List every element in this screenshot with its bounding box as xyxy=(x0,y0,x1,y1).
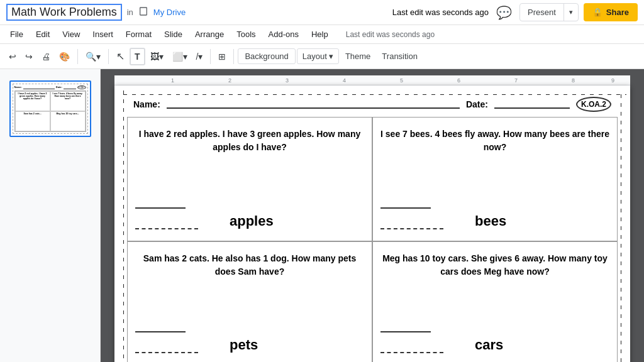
menu-view[interactable]: View xyxy=(57,27,85,41)
doc-title[interactable]: Math Work Problems xyxy=(6,4,122,21)
share-label: Share xyxy=(606,8,629,17)
answer-dashed-line-2 xyxy=(380,223,443,229)
redo-button[interactable]: ↪ xyxy=(21,49,36,64)
print-button[interactable]: 🖨 xyxy=(38,49,54,64)
answer-dashed-line-3 xyxy=(135,347,198,353)
problem-cell-3: Sam has 2 cats. He also has 1 dog. How m… xyxy=(127,241,372,363)
ruler-mark-4: 4 xyxy=(343,77,346,84)
last-edit-text: Last edit was seconds ago xyxy=(392,8,489,17)
select-tool[interactable]: ↖ xyxy=(113,48,128,65)
menu-tools[interactable]: Tools xyxy=(231,27,260,41)
answer-solid-line-1 xyxy=(135,202,186,209)
toolbar: ↩ ↪ 🖨 🎨 🔍▾ ↖ T 🖼▾ ⬜▾ /▾ ⊞ Background Lay… xyxy=(0,44,644,69)
theme-button[interactable]: Theme xyxy=(340,49,375,63)
main-area: 1 Name: Date: K.OA.2 I have 2 red apples… xyxy=(0,69,644,362)
drive-link[interactable]: My Drive xyxy=(153,8,186,17)
present-dropdown-arrow[interactable]: ▾ xyxy=(564,4,578,20)
layout-button[interactable]: Layout ▾ xyxy=(297,48,339,64)
menu-arrange[interactable]: Arrange xyxy=(190,27,229,41)
insert-slide-btn[interactable]: ⊞ xyxy=(214,49,230,64)
drive-icon xyxy=(138,6,148,18)
menu-file[interactable]: File xyxy=(5,27,28,41)
answer-row-1: apples xyxy=(135,213,364,229)
answer-label-3: pets xyxy=(230,337,258,353)
share-lock-icon: 🔒 xyxy=(592,8,602,17)
image-tool[interactable]: 🖼▾ xyxy=(147,49,167,64)
menu-help[interactable]: Help xyxy=(306,27,333,41)
share-button[interactable]: 🔒 Share xyxy=(584,3,638,21)
background-button[interactable]: Background xyxy=(238,48,295,64)
divider-2 xyxy=(108,49,109,64)
problem-cell-4: Meg has 10 toy cars. She gives 6 away. H… xyxy=(372,241,618,363)
ruler-mark-6: 6 xyxy=(457,77,460,84)
paint-format-button[interactable]: 🎨 xyxy=(55,49,74,64)
date-label: Date: xyxy=(466,99,488,109)
date-line xyxy=(494,100,570,109)
present-button-group: Present ▾ xyxy=(519,3,579,21)
divider-3 xyxy=(210,49,211,64)
ruler-mark-5: 5 xyxy=(400,77,403,84)
canvas-area[interactable]: 1 2 3 4 5 6 7 8 9 Name: Date: K.OA.2 xyxy=(101,69,644,362)
answer-label-4: cars xyxy=(475,337,503,353)
answer-label-1: apples xyxy=(230,213,274,229)
menu-bar: File Edit View Insert Format Slide Arran… xyxy=(0,25,644,44)
slide-header: Name: Date: K.OA.2 xyxy=(133,97,611,112)
answer-solid-line-3 xyxy=(135,326,186,332)
horizontal-ruler: 1 2 3 4 5 6 7 8 9 xyxy=(114,75,630,85)
problems-grid: I have 2 red apples. I have 3 green appl… xyxy=(127,117,618,362)
answer-row-4: cars xyxy=(380,337,609,353)
problem-cell-1: I have 2 red apples. I have 3 green appl… xyxy=(127,117,372,241)
answer-area-4: cars xyxy=(380,326,609,358)
layout-arrow: ▾ xyxy=(329,52,333,61)
ruler-mark-7: 7 xyxy=(514,77,518,84)
menu-insert[interactable]: Insert xyxy=(87,27,118,41)
answer-area-2: bees xyxy=(380,202,609,234)
menu-edit[interactable]: Edit xyxy=(31,27,55,41)
divider-4 xyxy=(233,49,234,64)
ruler-mark-9: 9 xyxy=(611,77,614,84)
shape-tool[interactable]: ⬜▾ xyxy=(169,49,191,64)
answer-row-3: pets xyxy=(135,337,364,353)
transition-button[interactable]: Transition xyxy=(377,49,423,63)
answer-solid-line-2 xyxy=(380,202,431,209)
problem-cell-2: I see 7 bees. 4 bees fly away. How many … xyxy=(372,117,618,241)
zoom-button[interactable]: 🔍▾ xyxy=(82,49,104,64)
slides-sidebar: 1 Name: Date: K.OA.2 I have 2 red apples… xyxy=(0,69,101,362)
text-tool[interactable]: T xyxy=(130,48,145,65)
line-tool[interactable]: /▾ xyxy=(192,49,207,64)
problem-text-1: I have 2 red apples. I have 3 green appl… xyxy=(135,128,364,154)
ruler-mark-8: 8 xyxy=(572,77,575,84)
menu-addons[interactable]: Add-ons xyxy=(264,27,304,41)
problem-text-3: Sam has 2 cats. He also has 1 dog. How m… xyxy=(135,252,364,278)
answer-dashed-line-4 xyxy=(380,347,443,353)
slide-thumbnail-1[interactable]: Name: Date: K.OA.2 I have 2 red apples. … xyxy=(9,80,91,137)
answer-dashed-line-1 xyxy=(135,223,198,229)
ruler-mark-1: 1 xyxy=(171,77,174,84)
last-edit-menu: Last edit was seconds ago xyxy=(341,28,440,41)
answer-label-2: bees xyxy=(475,213,506,229)
menu-format[interactable]: Format xyxy=(121,27,157,41)
ruler-mark-2: 2 xyxy=(228,77,231,84)
problem-text-4: Meg has 10 toy cars. She gives 6 away. H… xyxy=(380,252,609,278)
problem-text-2: I see 7 bees. 4 bees fly away. How many … xyxy=(380,128,609,154)
answer-solid-line-4 xyxy=(380,326,431,332)
layout-label: Layout xyxy=(303,52,327,61)
slide-canvas[interactable]: Name: Date: K.OA.2 I have 2 red apples. … xyxy=(114,85,630,362)
undo-button[interactable]: ↩ xyxy=(5,49,20,64)
name-label: Name: xyxy=(133,99,160,109)
present-main-label[interactable]: Present xyxy=(520,4,564,21)
standard-badge: K.OA.2 xyxy=(576,97,611,112)
answer-row-2: bees xyxy=(380,213,609,229)
in-text: in xyxy=(127,8,133,17)
name-line xyxy=(167,100,460,109)
divider-1 xyxy=(77,49,78,64)
answer-area-1: apples xyxy=(135,202,364,234)
comment-button[interactable]: 💬 xyxy=(494,3,514,23)
answer-area-3: pets xyxy=(135,326,364,358)
title-bar: Math Work Problems in My Drive Last edit… xyxy=(0,0,644,25)
menu-slide[interactable]: Slide xyxy=(159,27,187,41)
ruler-mark-3: 3 xyxy=(286,77,289,84)
